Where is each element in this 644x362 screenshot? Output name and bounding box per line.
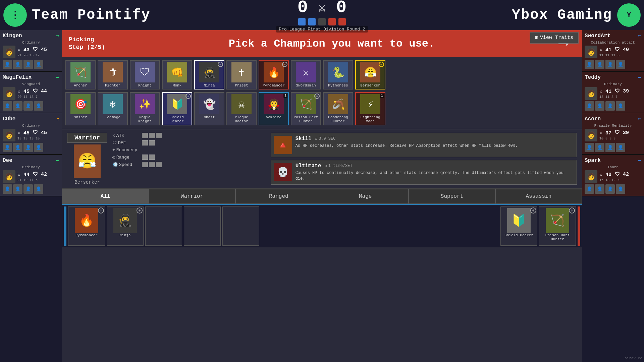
champion-icemage[interactable]: ❄ Icemage bbox=[98, 92, 128, 125]
stat-block-swordart: ⚔ 41 🛡 40 11 11 11 6 bbox=[599, 47, 641, 57]
champion-sprite-pyromancer: 🔥 bbox=[264, 62, 284, 82]
pick-slot-name-shieldbearer: Shield Bearer bbox=[504, 233, 533, 237]
champion-berserker[interactable]: ⊗ 😤 Berserker bbox=[355, 60, 385, 89]
team-left-name: Team Pointify bbox=[32, 7, 151, 23]
stat-label-def: 🛡 DEF bbox=[112, 140, 139, 145]
pick-slot-pyromancer[interactable]: ⊗ 🔥 Pyromancer bbox=[68, 206, 105, 246]
picking-header: PickingStep (2/5) Pick a Champion you wa… bbox=[62, 30, 582, 57]
player-stats-acorn: 🧑 ⚔ 37 🛡 39 10 8 3 3 bbox=[583, 128, 643, 142]
champion-knight[interactable]: 🛡 Knight bbox=[130, 60, 160, 89]
champion-label-archer: Archer bbox=[74, 83, 87, 87]
skill-cooldown: ⊙ 0.0 SEC bbox=[315, 136, 336, 141]
filter-tab-mage[interactable]: Mage bbox=[322, 189, 409, 204]
range-bar-1 bbox=[142, 155, 148, 160]
pick-slot-sprite-poisondarthunter: 🏹 bbox=[546, 208, 569, 233]
mini-avatars-kingen: 👤 👤 👤 👤 bbox=[1, 59, 61, 70]
view-traits-button[interactable]: ⊞ View Traits bbox=[530, 32, 579, 44]
player-header-swordart: SwordArt ⬅ bbox=[583, 32, 643, 40]
pick-slot-empty-3 bbox=[222, 206, 259, 246]
player-role-spark: Thorn bbox=[583, 165, 643, 170]
player-panel-teddy: Teddy ⬅ Ordinary 🧑 ⚔ 41 🛡 39 13 11 8 7 👤… bbox=[582, 72, 644, 113]
champion-label-poisondarthunter: Poison Dart Hunter bbox=[293, 115, 319, 123]
player-name-acorn: Acorn bbox=[585, 116, 601, 122]
mini-av-d-4: 👤 bbox=[34, 184, 43, 194]
pick-slot-sprite-ninja: 🥷 bbox=[113, 208, 137, 233]
right-sidebar: SwordArt ⬅ Collaboration attack 🧑 ⚔ 41 🛡… bbox=[582, 30, 644, 362]
substats-cube: 18 18 13 10 bbox=[17, 137, 59, 140]
ultimate-title-row: Ultimate ⊙ 1 time/SET bbox=[296, 163, 574, 169]
champion-vampire[interactable]: 1 🧛 Vampire bbox=[259, 92, 289, 125]
player-avatar-cube: 🧑 bbox=[3, 129, 15, 141]
stat-main-acorn: ⚔ 37 🛡 39 bbox=[599, 130, 641, 136]
substats-teddy: 13 11 8 7 bbox=[599, 95, 641, 99]
champion-lightningmage[interactable]: 1 ⚡ Lightning Mage bbox=[355, 92, 385, 125]
filter-tab-support[interactable]: Support bbox=[409, 189, 495, 204]
player-header-kingen: Kingen ➡ bbox=[1, 32, 61, 40]
player-panel-swordart: SwordArt ⬅ Collaboration attack 🧑 ⚔ 41 🛡… bbox=[582, 30, 644, 72]
champion-boomeranghunter[interactable]: 🪃 Boomerang Hunter bbox=[323, 92, 353, 125]
champion-pythoness[interactable]: 🐍 Pythoness bbox=[323, 60, 353, 89]
blue-bar bbox=[64, 206, 66, 246]
filter-tab-warrior[interactable]: Warrior bbox=[149, 189, 235, 204]
def-bars bbox=[142, 140, 155, 145]
mini-av-sa-4: 👤 bbox=[616, 60, 625, 69]
champion-sprite-priest: ✝ bbox=[231, 62, 252, 82]
champion-label-berserker: Berserker bbox=[360, 83, 380, 87]
pick-num-lightningmage: 1 bbox=[380, 94, 384, 98]
champion-sniper[interactable]: 🎯 Sniper bbox=[65, 92, 96, 125]
champion-fighter[interactable]: 🗡 Fighter bbox=[98, 60, 128, 89]
center-panel: ⊞ View Traits PickingStep (2/5) Pick a C… bbox=[62, 30, 582, 362]
champion-ghost[interactable]: 👻 Ghost bbox=[194, 92, 224, 125]
mini-av-mf-2: 👤 bbox=[13, 101, 22, 111]
substats-dee: 21 19 11 6 bbox=[17, 178, 59, 182]
ability-ultimate: 💀 Ultimate ⊙ 1 time/SET Causes HP to con… bbox=[271, 160, 577, 185]
champion-shieldbearer[interactable]: ⊗ 🔰 Shield Bearer bbox=[162, 92, 192, 125]
mini-av-sp-2: 👤 bbox=[595, 184, 604, 194]
player-role-magifelix: Vanguard bbox=[1, 82, 61, 86]
pick-slot-ban-ninja: ⊗ bbox=[137, 207, 143, 214]
pick-slot-shieldbearer[interactable]: ⊗ 🔰 Shield Bearer bbox=[500, 206, 537, 246]
mini-av-ac-1: 👤 bbox=[585, 143, 594, 152]
score-area: 0 ⚔ 0 Pro League First Division Round 2 bbox=[276, 0, 368, 33]
substats-swordart: 11 11 11 6 bbox=[599, 54, 641, 57]
champion-magicknight[interactable]: ✨ Magic Knight bbox=[130, 92, 160, 125]
ability-skill: 🔺 Skill ⊙ 0.0 SEC As HP decreases, other… bbox=[271, 133, 577, 157]
stat-row-speed: 💨 Speed bbox=[112, 162, 266, 167]
player-panel-dee: Dee ➡ Ordinary 🧑 ⚔ 44 🛡 42 21 19 11 6 👤 … bbox=[0, 155, 62, 196]
pick-slot-ban-poisondarthunter: ⊗ bbox=[569, 207, 575, 214]
arrow-cube: ↗ bbox=[54, 115, 61, 123]
atk-bar-1 bbox=[142, 133, 148, 138]
champion-ninja[interactable]: ⊗ 🥷 Ninja bbox=[194, 60, 224, 89]
champion-swordsman[interactable]: ⚔ Swordsman bbox=[291, 60, 321, 89]
bottom-picks: ⊗ 🔥 Pyromancer ⊗ 🥷 Ninja ⊗ 🔰 Shield Bear… bbox=[62, 204, 582, 247]
player-stats-dee: 🧑 ⚔ 44 🛡 42 21 19 11 6 bbox=[1, 170, 61, 184]
champion-poisondarthunter[interactable]: ⊗ 🏹 Poison Dart Hunter bbox=[291, 92, 321, 125]
pick-slot-poisondarthunter[interactable]: ⊗ 🏹 Poison Dart Hunter bbox=[539, 206, 576, 246]
filter-tab-all[interactable]: All bbox=[62, 189, 149, 204]
skill-info: Skill ⊙ 0.0 SEC As HP decreases, other s… bbox=[296, 136, 574, 149]
pick-slot-ninja[interactable]: ⊗ 🥷 Ninja bbox=[107, 206, 144, 246]
range-bars bbox=[142, 155, 155, 160]
champion-monk[interactable]: 👊 Monk bbox=[162, 60, 192, 89]
champion-label-swordsman: Swordsman bbox=[296, 83, 316, 87]
arrow-teddy: ⬅ bbox=[638, 74, 641, 81]
champion-sprite-pythoness: 🐍 bbox=[328, 62, 348, 82]
pick-slot-name-pyromancer: Pyromancer bbox=[75, 233, 98, 237]
champion-pyromancer[interactable]: ⊗ 🔥 Pyromancer bbox=[259, 60, 289, 89]
filter-tab-assassin[interactable]: Assassin bbox=[495, 189, 582, 204]
versus-icon: ⚔ bbox=[318, 0, 326, 16]
champion-archer[interactable]: 🏹 Archer bbox=[65, 60, 96, 89]
stat-label-speed: 💨 Speed bbox=[112, 162, 139, 167]
mini-av-1: 👤 bbox=[3, 60, 12, 69]
filter-tab-ranged[interactable]: Ranged bbox=[235, 189, 322, 204]
speed-bar-3 bbox=[156, 162, 162, 167]
player-panel-spark: Spark ⬅ Thorn 🧑 ⚔ 40 🛡 42 16 13 12 4 👤 👤… bbox=[582, 155, 644, 196]
champion-plaguedoctor[interactable]: ☠ Plague Doctor bbox=[226, 92, 257, 125]
top-bar: ⋮ Team Pointify 0 ⚔ 0 Pro League First D… bbox=[0, 0, 644, 30]
champion-priest[interactable]: ✝ Priest bbox=[226, 60, 257, 89]
range-bar-2 bbox=[149, 155, 155, 160]
pick-slot-empty-2 bbox=[184, 206, 221, 246]
arrow-spark: ⬅ bbox=[638, 157, 641, 164]
recovery-icon: + bbox=[112, 147, 115, 153]
player-panel-cube: Cube ↗ Ordinary 🧑 ⚔ 45 🛡 45 18 18 13 10 … bbox=[0, 113, 62, 155]
